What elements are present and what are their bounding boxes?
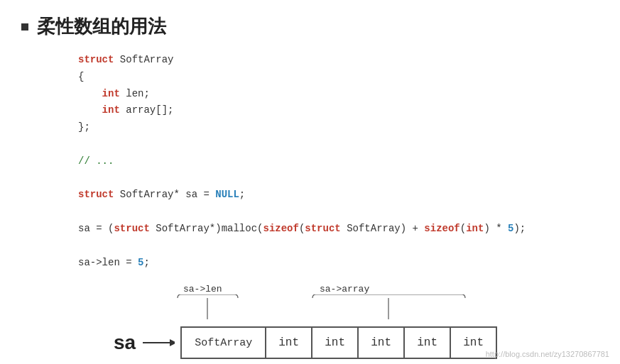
keyword-struct-3: struct	[114, 223, 149, 234]
sa-label: sa	[114, 326, 136, 359]
code-line-3: int len;	[78, 86, 599, 103]
code-line-6	[78, 136, 599, 153]
page-title: 柔性数组的用法	[37, 14, 166, 39]
code-line-10	[78, 204, 599, 221]
keyword-int-3: int	[466, 223, 484, 234]
code-comment: // ...	[78, 155, 114, 167]
diagram-labels: sa->len sa->array	[170, 284, 599, 323]
code-line-4: int array[];	[78, 102, 599, 119]
box-int-3: int	[359, 326, 405, 359]
box-int-4: int	[405, 326, 451, 359]
keyword-null: NULL	[215, 189, 239, 200]
fn-sizeof-2: sizeof	[424, 223, 459, 234]
label-sa-len: sa->len	[183, 284, 222, 294]
val-5-2: 5	[138, 257, 143, 268]
code-line-1: struct SoftArray	[78, 52, 599, 69]
diagram-area: sa->len sa->array sa	[78, 284, 599, 359]
code-line-13: sa->len = 5;	[78, 255, 599, 272]
keyword-int-2: int	[102, 104, 120, 116]
code-line-11: sa = (struct SoftArray*)malloc(sizeof(st…	[78, 221, 599, 238]
code-line-5: };	[78, 119, 599, 136]
title-bullet-icon	[21, 23, 28, 31]
page-container: 柔性数组的用法 struct SoftArray { int len; int …	[0, 0, 620, 364]
code-block: struct SoftArray { int len; int array[];…	[78, 52, 599, 271]
code-line-12	[78, 238, 599, 255]
box-softarray: SoftArray	[180, 326, 266, 359]
watermark: http://blog.csdn.net/zy13270867781	[486, 350, 609, 358]
box-int-1: int	[266, 326, 312, 359]
title-row: 柔性数组的用法	[21, 14, 599, 39]
label-sa-array: sa->array	[320, 284, 369, 294]
code-line-9: struct SoftArray* sa = NULL;	[78, 187, 599, 204]
arrow-svg	[143, 336, 175, 350]
val-5-1: 5	[508, 223, 513, 234]
arrow-icon	[143, 326, 175, 359]
svg-marker-3	[170, 339, 175, 346]
brace-svg	[170, 294, 490, 321]
fn-sizeof-1: sizeof	[263, 223, 298, 234]
box-int-2: int	[312, 326, 359, 359]
code-line-2: {	[78, 69, 599, 86]
keyword-struct-1: struct	[78, 54, 114, 65]
keyword-struct-4: struct	[305, 223, 340, 234]
keyword-int-1: int	[102, 88, 120, 99]
keyword-struct-2: struct	[78, 189, 114, 200]
code-line-7: // ...	[78, 153, 599, 170]
code-line-8	[78, 170, 599, 187]
